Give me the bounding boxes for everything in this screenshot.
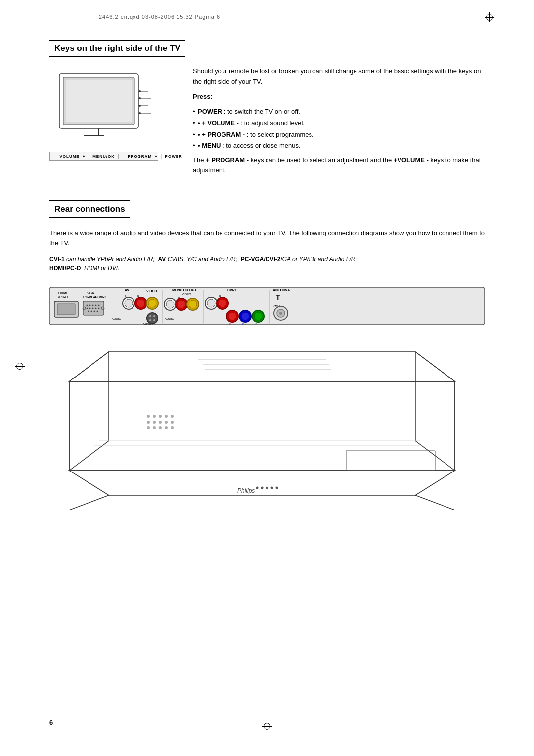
section-keys-body: – VOLUME + | MENU/OK | – PROGRAM + | POW… bbox=[49, 66, 485, 181]
svg-point-102 bbox=[153, 415, 156, 418]
keys-bullet-list: POWER : to switch the TV on or off. • + … bbox=[193, 107, 485, 151]
controls-bar: – VOLUME + | MENU/OK | – PROGRAM + | POW… bbox=[49, 152, 158, 161]
ctrl-sep3: | bbox=[161, 154, 162, 159]
svg-text:Pr: Pr bbox=[229, 323, 232, 326]
svg-point-32 bbox=[88, 310, 89, 312]
svg-point-111 bbox=[147, 426, 150, 429]
bullet-menu: • MENU : to access or close menus. bbox=[193, 141, 485, 151]
svg-point-29 bbox=[92, 307, 94, 309]
ctrl-plus2: + bbox=[155, 154, 158, 159]
svg-point-108 bbox=[159, 421, 162, 424]
svg-point-27 bbox=[87, 307, 88, 309]
svg-line-128 bbox=[415, 495, 455, 510]
svg-point-101 bbox=[147, 415, 150, 418]
svg-point-75 bbox=[219, 299, 226, 307]
tv-drawing-svg bbox=[49, 66, 163, 145]
svg-point-91 bbox=[279, 312, 282, 315]
svg-point-55 bbox=[153, 319, 155, 321]
keys-text-area: Should your remote be lost or broken you… bbox=[193, 66, 485, 181]
svg-text:Philips: Philips bbox=[237, 487, 255, 494]
svg-text:AV: AV bbox=[125, 288, 130, 292]
meta-line: 2446.2 en.qxd 03-08-2006 15:32 Pagina 6 bbox=[99, 14, 220, 20]
rear-desc: There is a wide range of audio and video… bbox=[49, 228, 485, 249]
keys-intro: Should your remote be lost or broken you… bbox=[193, 66, 485, 87]
ctrl-menuok: MENU/OK bbox=[92, 154, 115, 159]
svg-point-10 bbox=[139, 90, 141, 92]
press-label: Press: bbox=[193, 92, 485, 102]
svg-point-107 bbox=[153, 421, 156, 424]
tv-illustration: – VOLUME + | MENU/OK | – PROGRAM + | POW… bbox=[49, 66, 178, 181]
section-keys: Keys on the right side of the TV bbox=[49, 40, 485, 181]
svg-point-119 bbox=[271, 486, 273, 489]
svg-point-45 bbox=[137, 299, 145, 307]
svg-point-106 bbox=[147, 421, 150, 424]
svg-text:VIDEO: VIDEO bbox=[146, 289, 157, 293]
page: 2446.2 en.qxd 03-08-2006 15:32 Pagina 6 … bbox=[0, 0, 534, 756]
connector-panel-wrapper: HDMI /PC-D VGA PC-VGA/CVI-2 bbox=[49, 283, 485, 332]
bullet-program: • + PROGRAM - : to select programmes. bbox=[193, 130, 485, 140]
main-content: Keys on the right side of the TV bbox=[49, 40, 485, 520]
connector-panel-svg: HDMI /PC-D VGA PC-VGA/CVI-2 bbox=[49, 283, 485, 332]
svg-line-127 bbox=[69, 495, 109, 510]
svg-marker-92 bbox=[69, 352, 455, 381]
svg-point-12 bbox=[139, 105, 141, 107]
ctrl-minus1: – bbox=[54, 154, 56, 159]
section-keys-title: Keys on the right side of the TV bbox=[49, 40, 185, 57]
svg-point-120 bbox=[276, 486, 278, 489]
svg-text:VIDEO: VIDEO bbox=[182, 293, 191, 296]
ctrl-sep1: | bbox=[88, 154, 89, 159]
svg-text:Y: Y bbox=[255, 323, 257, 326]
svg-point-22 bbox=[87, 304, 88, 306]
keys-extra-text: The + PROGRAM - keys can be used to sele… bbox=[193, 155, 485, 176]
svg-point-115 bbox=[171, 426, 174, 429]
svg-point-84 bbox=[254, 312, 262, 320]
svg-point-118 bbox=[266, 486, 268, 489]
rear-tech-line: CVI-1 can handle YPbPr and Audio L/R; AV… bbox=[49, 255, 485, 273]
ctrl-plus1: + bbox=[83, 154, 86, 159]
svg-point-24 bbox=[92, 304, 94, 306]
svg-point-26 bbox=[98, 304, 100, 306]
svg-text:AUDIO: AUDIO bbox=[165, 317, 174, 320]
bullet-power: POWER : to switch the TV on or off. bbox=[193, 107, 485, 117]
crosshair-top-right bbox=[485, 12, 494, 22]
svg-point-103 bbox=[159, 415, 162, 418]
file-info: 2446.2 en.qxd 03-08-2006 15:32 Pagina 6 bbox=[99, 14, 220, 20]
svg-point-117 bbox=[261, 486, 264, 489]
svg-rect-2 bbox=[65, 79, 133, 123]
svg-point-48 bbox=[148, 299, 156, 307]
right-border bbox=[498, 49, 498, 707]
svg-point-65 bbox=[178, 300, 185, 308]
svg-text:T: T bbox=[276, 293, 280, 301]
svg-point-25 bbox=[95, 304, 97, 306]
svg-text:PC-VGA/CVI-2: PC-VGA/CVI-2 bbox=[83, 295, 106, 299]
svg-text:CVI-1: CVI-1 bbox=[227, 288, 236, 292]
bullet-volume: • + VOLUME - : to adjust sound level. bbox=[193, 118, 485, 129]
section-rear: Rear connections There is a wide range o… bbox=[49, 200, 485, 510]
ctrl-power: POWER bbox=[165, 154, 182, 159]
svg-point-23 bbox=[89, 304, 91, 306]
svg-point-78 bbox=[228, 312, 236, 320]
svg-point-104 bbox=[165, 415, 168, 418]
svg-point-109 bbox=[165, 421, 168, 424]
svg-point-51 bbox=[147, 313, 158, 324]
svg-point-31 bbox=[98, 307, 100, 309]
svg-point-113 bbox=[159, 426, 162, 429]
tv-back-svg: Philips bbox=[49, 342, 485, 510]
svg-rect-18 bbox=[57, 304, 75, 315]
svg-marker-96 bbox=[69, 471, 455, 495]
ctrl-minus2: – bbox=[122, 154, 125, 159]
svg-point-116 bbox=[256, 486, 259, 489]
left-border bbox=[36, 49, 36, 707]
svg-point-67 bbox=[189, 300, 197, 308]
svg-point-62 bbox=[166, 300, 174, 308]
svg-point-112 bbox=[153, 426, 156, 429]
ctrl-sep2: | bbox=[118, 154, 119, 159]
svg-point-13 bbox=[139, 112, 141, 114]
svg-point-42 bbox=[125, 299, 133, 307]
svg-point-105 bbox=[171, 415, 174, 418]
svg-point-114 bbox=[165, 426, 168, 429]
svg-marker-94 bbox=[69, 352, 109, 471]
svg-marker-93 bbox=[69, 381, 455, 471]
svg-point-72 bbox=[207, 299, 215, 307]
ctrl-program: PROGRAM bbox=[128, 154, 152, 159]
